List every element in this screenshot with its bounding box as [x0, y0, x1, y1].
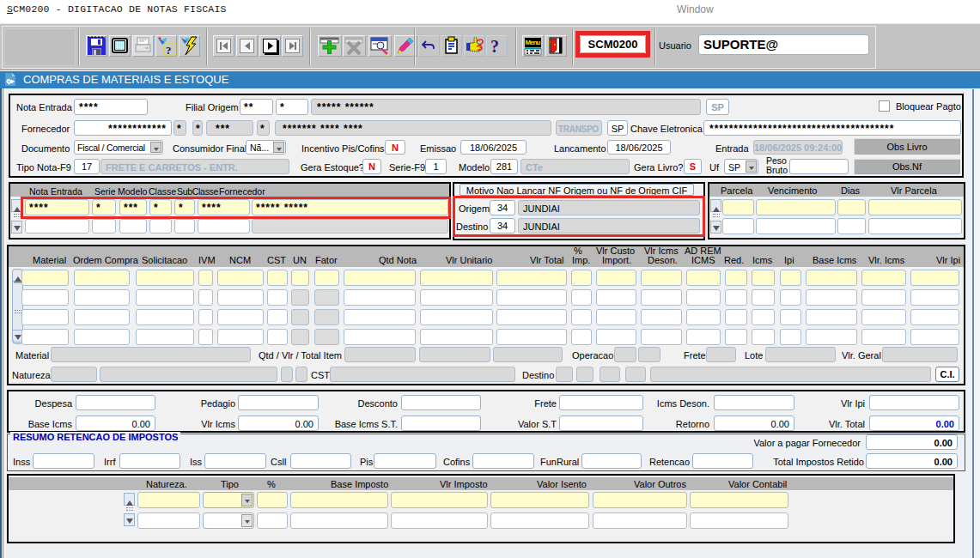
svg-text:Menu: Menu — [526, 39, 541, 46]
svg-text:?: ? — [490, 37, 499, 56]
svg-text:?: ? — [166, 44, 172, 56]
